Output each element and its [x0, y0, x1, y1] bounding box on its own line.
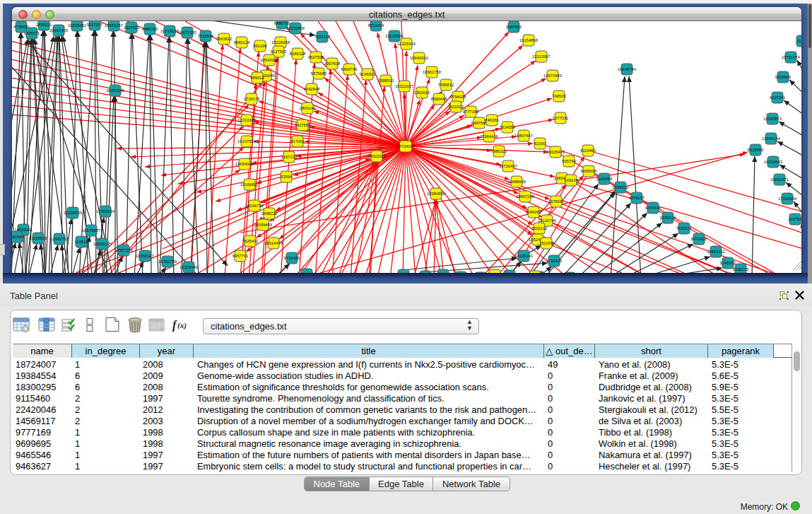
svg-text:8813054: 8813054	[368, 23, 384, 28]
svg-text:19384554: 19384554	[427, 192, 446, 196]
svg-text:1615132: 1615132	[531, 226, 548, 230]
svg-text:10975887: 10975887	[82, 228, 100, 233]
svg-text:9146821: 9146821	[360, 72, 376, 76]
svg-text:9217207: 9217207	[87, 23, 103, 27]
svg-text:12093873: 12093873	[763, 117, 782, 121]
svg-text:16671355: 16671355	[178, 30, 196, 35]
svg-text:1640954: 1640954	[596, 177, 613, 181]
svg-text:f: f	[172, 319, 177, 332]
svg-text:252254: 252254	[539, 241, 553, 245]
svg-text:10653257: 10653257	[105, 23, 123, 28]
svg-text:8186328: 8186328	[290, 52, 306, 56]
svg-text:8336273: 8336273	[733, 267, 749, 271]
svg-text:8471626: 8471626	[691, 237, 707, 241]
svg-text:62160: 62160	[534, 141, 546, 146]
svg-text:2803144: 2803144	[300, 106, 316, 110]
svg-text:935794: 935794	[562, 159, 576, 163]
svg-text:1621022: 1621022	[448, 105, 464, 109]
svg-text:9699695: 9699695	[581, 169, 597, 173]
svg-text:2957608: 2957608	[324, 62, 341, 66]
svg-text:16154808: 16154808	[519, 38, 538, 42]
svg-text:(x): (x)	[177, 321, 187, 330]
svg-text:16961758: 16961758	[423, 70, 441, 74]
svg-text:3624554: 3624554	[500, 125, 516, 129]
svg-text:748500: 748500	[552, 94, 565, 98]
svg-text:9474444: 9474444	[645, 206, 661, 210]
svg-text:15720407: 15720407	[499, 164, 517, 168]
svg-text:1405571: 1405571	[24, 31, 40, 35]
svg-text:1277031: 1277031	[553, 116, 569, 120]
svg-text:15322037: 15322037	[395, 84, 413, 88]
svg-text:10688609: 10688609	[507, 180, 526, 184]
svg-text:9716485: 9716485	[284, 256, 300, 260]
svg-text:9457791: 9457791	[233, 254, 249, 258]
svg-text:19166827: 19166827	[240, 182, 259, 187]
svg-text:12323446: 12323446	[180, 265, 198, 269]
svg-text:14136141: 14136141	[514, 254, 533, 258]
svg-text:11325419: 11325419	[397, 42, 415, 46]
svg-text:10807467: 10807467	[514, 134, 533, 138]
svg-text:1839221: 1839221	[36, 23, 52, 27]
svg-text:3267130: 3267130	[281, 155, 298, 159]
svg-text:16046736: 16046736	[245, 204, 264, 208]
svg-text:391594: 391594	[12, 235, 24, 239]
svg-text:9527508: 9527508	[308, 55, 324, 59]
svg-text:7625402: 7625402	[242, 239, 259, 243]
svg-text:17359934: 17359934	[96, 209, 115, 214]
svg-text:7663822: 7663822	[216, 37, 233, 41]
svg-text:17016504: 17016504	[778, 197, 797, 201]
svg-text:5682115: 5682115	[299, 272, 314, 273]
svg-text:3498222: 3498222	[261, 211, 278, 216]
svg-text:11124: 11124	[796, 39, 801, 43]
svg-text:8427552: 8427552	[295, 123, 311, 127]
svg-text:989012: 989012	[250, 76, 264, 80]
svg-text:2935514: 2935514	[660, 216, 676, 220]
svg-text:9084067: 9084067	[526, 210, 542, 214]
svg-text:2087682: 2087682	[506, 25, 522, 29]
svg-text:5938923: 5938923	[613, 185, 629, 189]
svg-text:12505135: 12505135	[93, 242, 112, 246]
svg-text:18724007: 18724007	[396, 144, 416, 148]
svg-text:8990448: 8990448	[431, 97, 447, 101]
svg-text:16648784: 16648784	[618, 67, 637, 71]
svg-text:891295: 891295	[253, 44, 266, 48]
svg-text:9227341: 9227341	[770, 95, 786, 100]
svg-text:417006: 417006	[290, 139, 304, 144]
svg-text:10719155: 10719155	[160, 29, 179, 33]
svg-text:9242848: 9242848	[304, 87, 320, 91]
svg-text:20053346: 20053346	[106, 88, 124, 93]
svg-text:16914479: 16914479	[264, 241, 283, 245]
svg-text:2718176: 2718176	[244, 97, 260, 101]
svg-text:16640910: 16640910	[410, 56, 428, 60]
svg-text:7357214: 7357214	[314, 35, 331, 39]
svg-text:15692971: 15692971	[770, 177, 789, 182]
svg-text:16120746: 16120746	[538, 218, 556, 223]
svg-text:8215955: 8215955	[748, 148, 764, 152]
svg-text:20364436: 20364436	[480, 134, 498, 139]
svg-text:114519: 114519	[75, 240, 88, 244]
svg-text:16782759: 16782759	[158, 259, 177, 264]
svg-text:15751074: 15751074	[782, 55, 801, 59]
svg-text:20691406: 20691406	[49, 28, 68, 33]
svg-text:8489709: 8489709	[274, 21, 290, 25]
svg-text:10973493: 10973493	[543, 74, 562, 78]
svg-text:1588520: 1588520	[378, 78, 394, 83]
svg-text:7986322: 7986322	[491, 149, 507, 153]
svg-text:18807249: 18807249	[516, 194, 534, 199]
svg-text:7955812: 7955812	[438, 83, 454, 87]
svg-text:10958117: 10958117	[136, 254, 153, 258]
svg-text:16210643: 16210643	[764, 160, 782, 164]
svg-text:12942757: 12942757	[50, 237, 69, 241]
svg-text:8454749: 8454749	[341, 67, 358, 71]
svg-text:14099489: 14099489	[254, 223, 272, 227]
svg-text:12444154: 12444154	[762, 136, 781, 141]
svg-text:6879197: 6879197	[629, 196, 645, 200]
svg-text:7632621: 7632621	[676, 226, 693, 230]
svg-text:5875685: 5875685	[311, 71, 327, 76]
svg-text:16107553: 16107553	[237, 139, 256, 144]
svg-text:20206536: 20206536	[64, 211, 82, 215]
svg-text:19218506: 19218506	[385, 34, 404, 38]
svg-text:15226058: 15226058	[271, 40, 290, 45]
svg-text:53594: 53594	[281, 175, 293, 179]
svg-text:6466160: 6466160	[142, 27, 158, 31]
